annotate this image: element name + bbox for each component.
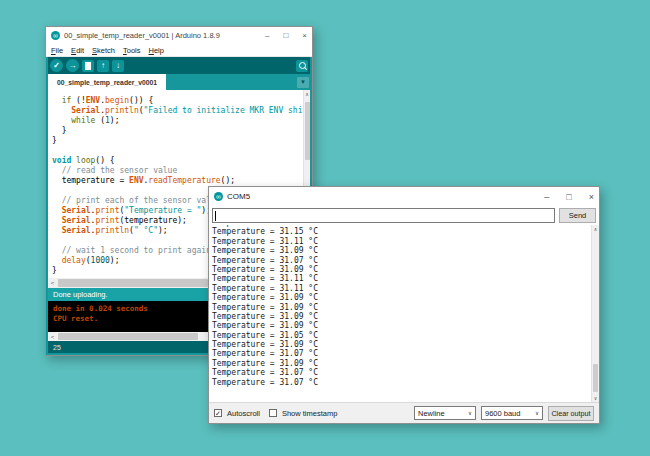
serial-controls-bar: ✓ Autoscroll Show timestamp Newline ∨ 96…	[209, 402, 599, 423]
autoscroll-label[interactable]: Autoscroll	[227, 409, 260, 418]
autoscroll-checkbox[interactable]: ✓	[214, 409, 222, 417]
serial-output-area[interactable]: Temperature = 31.15 °CTemperature = 31.1…	[209, 225, 599, 402]
code-line: temperature = ENV.readTemperature();	[52, 176, 310, 186]
serial-line: Temperature = 31.09 °C	[212, 340, 599, 349]
serial-line: Temperature = 31.07 °C	[212, 256, 599, 265]
chevron-down-icon: ∨	[468, 410, 472, 416]
new-sketch-button[interactable]	[82, 60, 94, 72]
serial-line: Temperature = 31.09 °C	[212, 246, 599, 255]
scroll-down-icon[interactable]: ∨	[592, 394, 599, 402]
close-icon[interactable]: ×	[589, 192, 594, 202]
menu-file[interactable]: File	[51, 46, 63, 55]
serial-line: Temperature = 31.09 °C	[212, 321, 599, 330]
arduino-logo-icon: ∞	[214, 192, 223, 201]
scroll-up-icon[interactable]: ∧	[304, 90, 310, 98]
console-hscroll-thumb[interactable]	[58, 333, 198, 340]
code-line: // read the sensor value	[52, 166, 310, 176]
maximize-icon[interactable]: □	[566, 192, 571, 202]
menu-sketch[interactable]: Sketch	[92, 46, 115, 55]
serial-titlebar[interactable]: ∞ COM5 – □ ×	[209, 187, 599, 206]
code-line: while (1);	[52, 116, 310, 126]
ide-titlebar[interactable]: ∞ 00_simple_temp_reader_v0001 | Arduino …	[46, 27, 312, 44]
upload-button[interactable]: →	[66, 59, 79, 72]
minimize-icon[interactable]: –	[265, 31, 269, 41]
scroll-left-icon[interactable]: <	[48, 278, 57, 288]
code-line: }	[52, 126, 310, 136]
serial-line: Temperature = 31.09 °C	[212, 303, 599, 312]
serial-line: Temperature = 31.11 °C	[212, 237, 599, 246]
menu-edit[interactable]: Edit	[71, 46, 84, 55]
code-line: }	[52, 136, 310, 146]
serial-monitor-button[interactable]	[296, 60, 308, 72]
desktop: { "arduino": { "title": "00_simple_temp_…	[0, 0, 650, 456]
show-timestamp-label[interactable]: Show timestamp	[282, 409, 337, 418]
serial-line: Temperature = 31.09 °C	[212, 359, 599, 368]
scroll-left-icon[interactable]: <	[48, 332, 57, 342]
editor-scroll-thumb[interactable]	[305, 102, 310, 160]
serial-line: Temperature = 31.11 °C	[212, 284, 599, 293]
sketch-tab[interactable]: 00_simple_temp_reader_v0001	[48, 74, 166, 90]
serial-window-title: COM5	[227, 192, 544, 201]
arduino-logo-icon: ∞	[51, 31, 60, 40]
ide-window-title: 00_simple_temp_reader_v0001 | Arduino 1.…	[64, 31, 265, 40]
maximize-icon[interactable]: □	[283, 31, 288, 41]
status-message: Done uploading.	[53, 290, 108, 299]
serial-line: Temperature = 31.07 °C	[212, 349, 599, 358]
code-line: void loop() {	[52, 156, 310, 166]
menu-help[interactable]: Help	[149, 46, 164, 55]
serial-monitor-window: ∞ COM5 – □ × Send Temperature = 31.15 °C…	[208, 186, 600, 424]
send-button[interactable]: Send	[559, 208, 596, 223]
save-button[interactable]: ↓	[112, 60, 124, 72]
ide-tabbar: 00_simple_temp_reader_v0001 ▼	[48, 74, 310, 90]
current-line-number: 25	[53, 344, 61, 351]
serial-line: Temperature = 31.09 °C	[212, 293, 599, 302]
serial-line: Temperature = 31.15 °C	[212, 227, 599, 236]
serial-scroll-thumb[interactable]	[593, 364, 598, 392]
verify-button[interactable]: ✓	[50, 59, 63, 72]
open-button[interactable]: ↑	[97, 60, 109, 72]
serial-line: Temperature = 31.11 °C	[212, 274, 599, 283]
chevron-down-icon: ∨	[535, 410, 539, 416]
text-caret	[215, 211, 216, 221]
code-line	[52, 146, 310, 156]
serial-line: Temperature = 31.07 °C	[212, 378, 599, 387]
serial-line: Temperature = 31.05 °C	[212, 331, 599, 340]
serial-send-row: Send	[209, 206, 599, 225]
code-line: if (!ENV.begin()) {	[52, 96, 310, 106]
clear-output-button[interactable]: Clear output	[548, 406, 594, 421]
serial-line: Temperature = 31.07 °C	[212, 368, 599, 377]
baud-rate-select[interactable]: 9600 baud ∨	[481, 406, 543, 420]
serial-line: Temperature = 31.09 °C	[212, 265, 599, 274]
serial-vertical-scrollbar[interactable]: ∧ ∨	[591, 225, 599, 402]
tab-menu-button[interactable]: ▼	[297, 77, 309, 88]
scroll-up-icon[interactable]: ∧	[592, 225, 599, 233]
editor-hscroll-thumb[interactable]	[58, 279, 208, 287]
ide-toolbar: ✓ → ↑ ↓	[48, 57, 310, 74]
close-icon[interactable]: ×	[302, 31, 307, 41]
line-ending-select[interactable]: Newline ∨	[414, 406, 476, 420]
serial-line: Temperature = 31.09 °C	[212, 312, 599, 321]
minimize-icon[interactable]: –	[544, 192, 549, 202]
code-line: Serial.println("Failed to initialize MKR…	[52, 106, 310, 116]
show-timestamp-checkbox[interactable]	[269, 409, 277, 417]
ide-menubar: FileEditSketchToolsHelp	[46, 44, 312, 57]
menu-tools[interactable]: Tools	[123, 46, 141, 55]
serial-input[interactable]	[212, 208, 555, 223]
